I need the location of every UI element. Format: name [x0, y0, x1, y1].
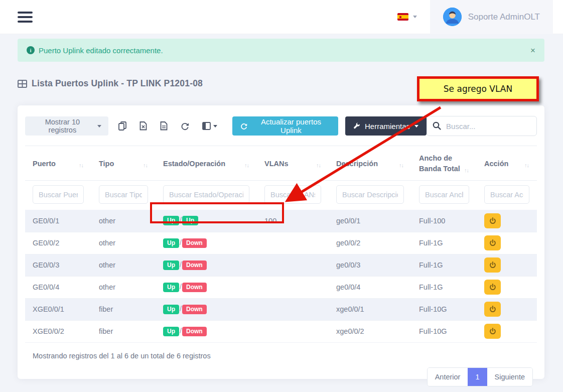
tools-menu-button[interactable]: Herramientas: [345, 116, 427, 136]
top-navbar: Soporte AdminOLT: [0, 0, 563, 34]
cell-vlans: [257, 298, 329, 320]
table-row: GE0/0/1 other Up/Up 100 ge0/0/1 Full-100: [25, 210, 537, 232]
next-page-button[interactable]: Siguiente: [487, 368, 532, 386]
column-header[interactable]: Descripción: [329, 146, 411, 181]
estado-badge: Up: [163, 283, 179, 292]
columns-icon: [202, 122, 211, 130]
cell-puerto: GE0/0/2: [25, 232, 91, 254]
cell-estado-operacion: Up/Down: [156, 254, 257, 276]
copy-button[interactable]: [115, 116, 129, 136]
cell-descripcion: ge0/0/1: [329, 210, 411, 232]
length-menu-button[interactable]: Mostrar 10 registros: [25, 116, 108, 136]
caret-down-icon: [97, 125, 101, 127]
column-header[interactable]: Acción: [477, 146, 537, 181]
copy-icon: [118, 121, 126, 130]
sort-icon[interactable]: [399, 162, 404, 169]
info-icon: i: [27, 46, 35, 54]
update-uplink-ports-button[interactable]: Actualizar puertos Uplink: [232, 116, 338, 136]
power-icon: [489, 262, 496, 269]
page-1-button[interactable]: 1: [468, 368, 487, 386]
refresh-icon: [181, 122, 189, 130]
power-button[interactable]: [484, 257, 501, 273]
cell-tipo: other: [91, 232, 156, 254]
operacion-badge: Down: [182, 283, 207, 292]
column-header[interactable]: Estado/Operación: [156, 146, 257, 181]
power-button[interactable]: [484, 302, 501, 317]
previous-page-button[interactable]: Anterior: [428, 368, 468, 386]
column-header[interactable]: VLANs: [257, 146, 329, 181]
column-header-label: Descripción: [336, 159, 378, 169]
column-filter-input[interactable]: [33, 185, 84, 204]
sort-icon[interactable]: [244, 162, 249, 169]
column-filter-input[interactable]: [99, 185, 148, 204]
annotation-callout: Se agrego VLAN: [417, 76, 539, 101]
column-header-label: Puerto: [33, 159, 56, 169]
column-filter-input[interactable]: [163, 185, 249, 204]
file-export-button[interactable]: [157, 116, 171, 136]
column-filter-input[interactable]: [264, 185, 321, 204]
column-filter-input[interactable]: [336, 185, 404, 204]
operacion-badge: Down: [182, 305, 207, 314]
cell-descripcion: ge0/0/4: [329, 276, 411, 298]
refresh-icon: [240, 122, 247, 130]
sort-icon[interactable]: [316, 162, 321, 169]
cell-accion: [477, 254, 537, 276]
excel-export-button[interactable]: [136, 116, 150, 136]
estado-badge: Up: [163, 260, 179, 270]
datatable-card: Mostrar 10 registros: [18, 105, 544, 379]
operacion-badge: Down: [182, 260, 207, 270]
language-selector[interactable]: [384, 13, 430, 21]
cell-accion: [477, 210, 537, 232]
cell-puerto: GE0/0/3: [25, 254, 91, 276]
sort-icon[interactable]: [79, 162, 84, 169]
cell-descripcion: xge0/0/2: [329, 320, 411, 342]
column-header-label: Acción: [484, 159, 508, 169]
cell-descripcion: ge0/0/3: [329, 254, 411, 276]
tools-menu-label: Herramientas: [365, 122, 410, 130]
column-header[interactable]: Puerto: [25, 146, 91, 181]
estado-badge: Up: [163, 327, 179, 336]
estado-badge: Up: [163, 238, 179, 248]
power-button[interactable]: [484, 235, 501, 250]
column-header[interactable]: Ancho de Banda Total: [411, 146, 477, 181]
column-header-label: Estado/Operación: [163, 159, 225, 169]
annotation-label: Se agrego VLAN: [444, 84, 512, 94]
sort-icon[interactable]: [524, 162, 529, 169]
alert-close-button[interactable]: ×: [530, 46, 535, 55]
cell-estado-operacion: Up/Down: [156, 298, 257, 320]
sort-icon[interactable]: [143, 162, 148, 169]
power-icon: [489, 328, 496, 335]
caret-down-icon: [413, 16, 417, 18]
cell-vlans: [257, 232, 329, 254]
column-filter-input[interactable]: [484, 185, 529, 204]
cell-estado-operacion: Up/Up: [156, 210, 257, 232]
cell-puerto: GE0/0/1: [25, 210, 91, 232]
user-menu[interactable]: Soporte AdminOLT: [430, 0, 553, 34]
spain-flag-icon: [397, 13, 408, 21]
search-input[interactable]: [427, 116, 537, 136]
search-icon: [433, 121, 441, 130]
column-header-label: Ancho de Banda Total: [419, 153, 461, 174]
column-header-label: Tipo: [99, 159, 114, 169]
reload-button[interactable]: [178, 116, 192, 136]
sort-icon[interactable]: [464, 167, 469, 174]
column-header[interactable]: Tipo: [91, 146, 156, 181]
cell-tipo: fiber: [91, 298, 156, 320]
cell-tipo: other: [91, 276, 156, 298]
power-button[interactable]: [484, 324, 501, 339]
power-button[interactable]: [484, 280, 501, 295]
file-icon: [160, 121, 168, 130]
column-filter-input[interactable]: [419, 185, 469, 204]
cell-estado-operacion: Up/Down: [156, 276, 257, 298]
hamburger-menu-icon[interactable]: [18, 12, 33, 23]
column-visibility-button[interactable]: [199, 116, 220, 136]
cell-accion: [477, 320, 537, 342]
success-alert: i Puerto Uplink editado correctamente. ×: [18, 39, 544, 62]
avatar: [443, 8, 462, 26]
pagination: Anterior 1 Siguiente: [427, 367, 533, 386]
caret-down-icon: [414, 125, 418, 127]
power-button[interactable]: [484, 213, 501, 228]
power-icon: [489, 239, 496, 246]
caret-down-icon: [213, 125, 217, 127]
cell-puerto: XGE0/0/1: [25, 298, 91, 320]
